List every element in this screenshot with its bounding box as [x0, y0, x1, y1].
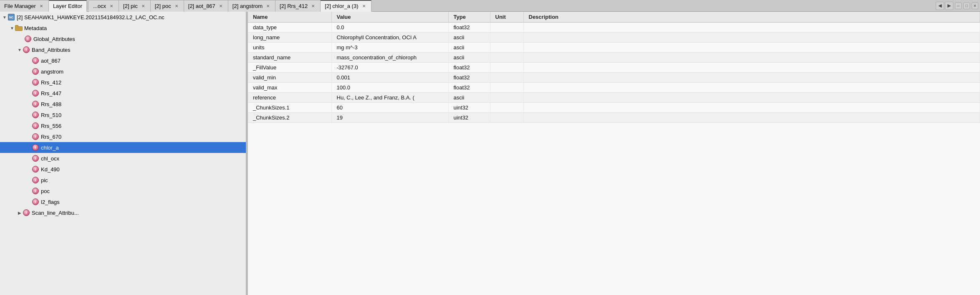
table-row[interactable]: long_nameChlorophyll Concentration, OCI … [248, 33, 980, 43]
tree-node-rrs412[interactable]: i Rrs_412 [0, 77, 246, 88]
tree-arrow-scan-attrs: ▶ [17, 211, 23, 215]
tree-node-angstrom[interactable]: i angstrom [0, 66, 246, 77]
tab-angstrom-label: [2] angstrom [232, 3, 263, 9]
table-row[interactable]: _ChunkSizes.160uint32 [248, 103, 980, 113]
info-icon-rrs510: i [32, 111, 39, 119]
window-close-btn[interactable]: ✕ [972, 3, 978, 9]
tab-aot867-close[interactable]: ✕ [218, 3, 224, 9]
info-icon-band-attrs: i [23, 46, 30, 53]
table-row[interactable]: valid_min0.001float32 [248, 73, 980, 83]
tree-arrow-root: ▼ [2, 15, 8, 20]
tree-node-pic-label: pic [41, 177, 48, 183]
tab-nav: ◀ ▶ ─ □ ✕ [934, 0, 980, 11]
tab-file-manager[interactable]: File Manager ✕ [0, 0, 49, 12]
info-icon-pic: i [32, 176, 39, 184]
window-maximize-btn[interactable]: □ [963, 3, 970, 9]
tree-node-metadata[interactable]: ▼ Metadata [0, 23, 246, 33]
tree-node-chl-ocx[interactable]: i chl_ocx [0, 153, 246, 164]
table-row[interactable]: valid_max100.0float32 [248, 83, 980, 93]
window-minimize-btn[interactable]: ─ [955, 3, 962, 9]
tree-node-pic[interactable]: i pic [0, 175, 246, 186]
tree-node-global-attrs[interactable]: i Global_Attributes [0, 33, 246, 44]
cell-name-8: _ChunkSizes.1 [248, 103, 331, 113]
info-icon-rrs447: i [32, 89, 39, 97]
tree-node-angstrom-label: angstrom [41, 69, 63, 75]
tree-node-kd490[interactable]: i Kd_490 [0, 164, 246, 175]
table-row[interactable]: data_type0.0float32 [248, 23, 980, 33]
tab-poc[interactable]: [2] poc ✕ [151, 0, 184, 12]
nc-file-icon: NC [8, 13, 15, 21]
cell-value-4: -32767.0 [331, 63, 448, 73]
tree-arrow-metadata: ▼ [9, 26, 15, 31]
table-row[interactable]: _FillValue-32767.0float32 [248, 63, 980, 73]
tab-pic-close[interactable]: ✕ [140, 3, 146, 9]
info-icon-scan-attrs: i [23, 209, 30, 216]
tree-node-poc[interactable]: i poc [0, 186, 246, 196]
cell-name-9: _ChunkSizes.2 [248, 113, 331, 123]
table-row[interactable]: unitsmg m^-3ascii [248, 43, 980, 53]
tab-ocx-close[interactable]: ✕ [109, 3, 114, 9]
tab-chlora3-close[interactable]: ✕ [361, 3, 367, 9]
cell-description-1 [523, 33, 980, 43]
app-container: File Manager ✕ Layer Editor ...ocx ✕ [2]… [0, 0, 980, 295]
tab-rrs412[interactable]: [2] Rrs_412 ✕ [275, 0, 321, 12]
tab-ocx[interactable]: ...ocx ✕ [89, 0, 119, 12]
cell-unit-2 [490, 43, 523, 53]
cell-unit-5 [490, 73, 523, 83]
tree-node-scan-attrs[interactable]: ▶ i Scan_line_Attribu... [0, 207, 246, 218]
attribute-table: Name Value Type Unit Description data_ty… [248, 12, 980, 123]
cell-description-4 [523, 63, 980, 73]
cell-unit-9 [490, 113, 523, 123]
tab-rrs412-close[interactable]: ✕ [310, 3, 316, 9]
info-icon-aot867: i [32, 57, 39, 64]
right-panel: Name Value Type Unit Description data_ty… [248, 12, 980, 295]
tree-node-root[interactable]: ▼ NC [2] SEAHAWK1_HAWKEYE.2021154184932.… [0, 12, 246, 23]
tree-node-band-attrs[interactable]: ▼ i Band_Attributes [0, 44, 246, 55]
cell-name-7: reference [248, 93, 331, 103]
cell-unit-1 [490, 33, 523, 43]
tree-node-chlora-label: chlor_a [41, 145, 59, 151]
col-header-description: Description [523, 12, 980, 23]
cell-name-3: standard_name [248, 53, 331, 63]
tab-aot867[interactable]: [2] aot_867 ✕ [184, 0, 228, 12]
tree-node-rrs556[interactable]: i Rrs_556 [0, 120, 246, 131]
cell-description-8 [523, 103, 980, 113]
cell-value-7: Hu, C., Lee Z., and Franz, B.A. ( [331, 93, 448, 103]
tree-node-rrs447[interactable]: i Rrs_447 [0, 88, 246, 99]
tab-rrs412-label: [2] Rrs_412 [280, 3, 308, 9]
tab-poc-close[interactable]: ✕ [174, 3, 179, 9]
tree-node-l2flags[interactable]: i l2_flags [0, 196, 246, 207]
tab-scroll-right-btn[interactable]: ▶ [945, 2, 953, 10]
tree-node-chlora[interactable]: i chlor_a [0, 142, 246, 153]
tab-layer-editor[interactable]: Layer Editor [49, 0, 87, 12]
tab-scroll-left-btn[interactable]: ◀ [936, 2, 944, 10]
tab-aot867-label: [2] aot_867 [188, 3, 215, 9]
tab-poc-label: [2] poc [155, 3, 171, 9]
table-row[interactable]: _ChunkSizes.219uint32 [248, 113, 980, 123]
col-header-type: Type [448, 12, 490, 23]
table-row[interactable]: standard_namemass_concentration_of_chlor… [248, 53, 980, 63]
tree-node-aot867[interactable]: i aot_867 [0, 55, 246, 66]
tree-node-scan-attrs-label: Scan_line_Attribu... [32, 210, 79, 216]
table-row[interactable]: referenceHu, C., Lee Z., and Franz, B.A.… [248, 93, 980, 103]
tab-file-manager-close[interactable]: ✕ [38, 3, 44, 9]
cell-type-7: ascii [448, 93, 490, 103]
col-header-name: Name [248, 12, 331, 23]
tree-node-rrs510[interactable]: i Rrs_510 [0, 109, 246, 120]
cell-value-6: 100.0 [331, 83, 448, 93]
tab-pic[interactable]: [2] pic ✕ [119, 0, 151, 12]
cell-name-2: units [248, 43, 331, 53]
tree-node-rrs670[interactable]: i Rrs_670 [0, 131, 246, 142]
tree-node-metadata-label: Metadata [24, 25, 47, 31]
tree-node-aot867-label: aot_867 [41, 58, 61, 64]
tree-node-rrs488[interactable]: i Rrs_488 [0, 99, 246, 109]
cell-value-2: mg m^-3 [331, 43, 448, 53]
tree-node-band-attrs-label: Band_Attributes [32, 47, 71, 53]
tab-angstrom-close[interactable]: ✕ [265, 3, 271, 9]
cell-unit-6 [490, 83, 523, 93]
info-icon-rrs412: i [32, 79, 39, 86]
cell-type-4: float32 [448, 63, 490, 73]
tab-chlora3[interactable]: [2] chlor_a (3) ✕ [321, 0, 371, 12]
tree-node-chl-ocx-label: chl_ocx [41, 155, 59, 162]
tab-angstrom[interactable]: [2] angstrom ✕ [228, 0, 275, 12]
